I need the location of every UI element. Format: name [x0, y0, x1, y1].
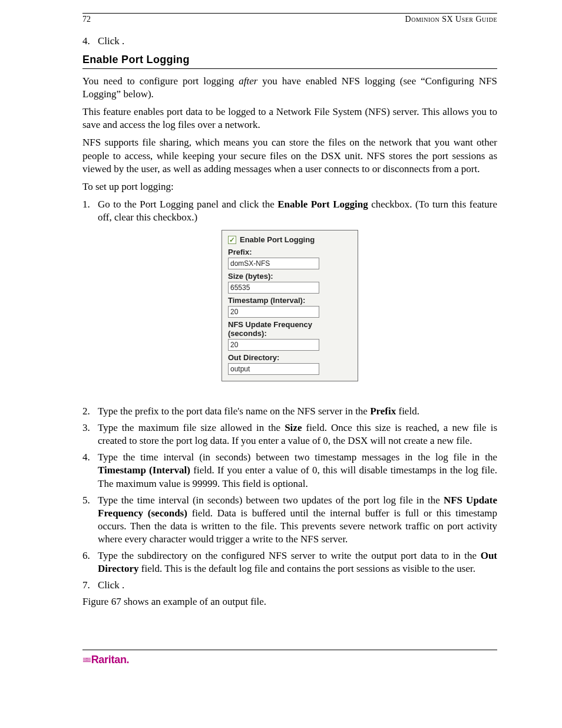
text: You need to configure port logging — [82, 75, 239, 87]
field-label: Out Directory: — [228, 353, 351, 362]
footer-rule — [82, 650, 497, 650]
body-paragraph: To set up port logging: — [82, 180, 497, 193]
out-directory-input[interactable] — [228, 363, 319, 375]
field-label: Size (bytes): — [228, 272, 351, 281]
step-text: Type the time interval (in seconds) betw… — [98, 495, 497, 545]
bold-term: Size — [285, 422, 302, 433]
step-text: Type the maximum file size allowed in th… — [98, 422, 497, 446]
page-number: 72 — [82, 15, 91, 24]
logo-glyph-icon: ≡≡ — [82, 655, 89, 666]
step-item: 6. Type the subdirectory on the configur… — [98, 549, 497, 575]
step-number: 6. — [82, 549, 90, 562]
italic-text: after — [239, 75, 257, 87]
step-text: Click . — [98, 35, 124, 47]
step-text: Type the prefix to the port data file's … — [98, 406, 419, 417]
field-label: NFS Update Frequency (seconds): — [228, 320, 351, 338]
body-paragraph: You need to configure port logging after… — [82, 75, 497, 101]
field-label: Prefix: — [228, 248, 351, 256]
step-number: 2. — [82, 405, 90, 418]
step-item: 2. Type the prefix to the port data file… — [98, 405, 497, 418]
header-rule — [82, 13, 497, 14]
step-item: 1. Go to the Port Logging panel and clic… — [98, 198, 497, 224]
step-item: 3. Type the maximum file size allowed in… — [98, 421, 497, 447]
step-number: 3. — [82, 421, 90, 434]
page-footer: ≡≡ Raritan. — [82, 650, 497, 666]
bold-term: Timestamp (Interval) — [98, 465, 190, 476]
step-number: 5. — [82, 494, 90, 507]
body-paragraph: This feature enables port data to be log… — [82, 106, 497, 131]
step-item: 4. Type the time interval (in seconds) b… — [98, 451, 497, 490]
step-number: 4. — [82, 451, 90, 464]
body-paragraph: NFS supports file sharing, which means y… — [82, 136, 497, 175]
field-label: Timestamp (Interval): — [228, 296, 351, 305]
brand-dot: . — [127, 654, 130, 666]
checkbox-row: Enable Port Logging — [228, 235, 351, 244]
timestamp-input[interactable] — [228, 306, 319, 318]
step-text: Click . — [98, 579, 124, 591]
brand-name: Raritan — [91, 654, 127, 666]
port-logging-panel: Enable Port Logging Prefix: Size (bytes)… — [222, 230, 358, 381]
bold-term: Enable Port Logging — [277, 199, 368, 210]
closing-paragraph: Figure 67 shows an example of an output … — [82, 595, 497, 608]
step-text: Type the subdirectory on the configured … — [98, 550, 497, 574]
step-text: Go to the Port Logging panel and click t… — [98, 199, 497, 223]
section-heading: Enable Port Logging — [82, 54, 497, 66]
step-number: 7. — [82, 579, 90, 592]
bold-term: Prefix — [370, 406, 396, 417]
screenshot-wrap: Enable Port Logging Prefix: Size (bytes)… — [82, 230, 497, 381]
enable-port-logging-checkbox[interactable] — [228, 236, 236, 244]
page-header: 72 Dominion SX User Guide — [82, 15, 497, 24]
nfs-frequency-input[interactable] — [228, 339, 319, 351]
raritan-logo: ≡≡ Raritan. — [82, 654, 129, 666]
step-text: Type the time interval (in seconds) betw… — [98, 452, 497, 489]
step-number: 4. — [82, 35, 90, 48]
step-item: 4. Click . — [98, 35, 497, 48]
checkbox-label: Enable Port Logging — [240, 235, 315, 244]
step-item: 5. Type the time interval (in seconds) b… — [98, 494, 497, 546]
step-item: 7. Click . — [98, 579, 497, 592]
guide-title: Dominion SX User Guide — [405, 15, 497, 24]
prefix-input[interactable] — [228, 258, 319, 269]
heading-rule — [82, 68, 497, 69]
size-input[interactable] — [228, 282, 319, 294]
step-number: 1. — [82, 198, 90, 211]
